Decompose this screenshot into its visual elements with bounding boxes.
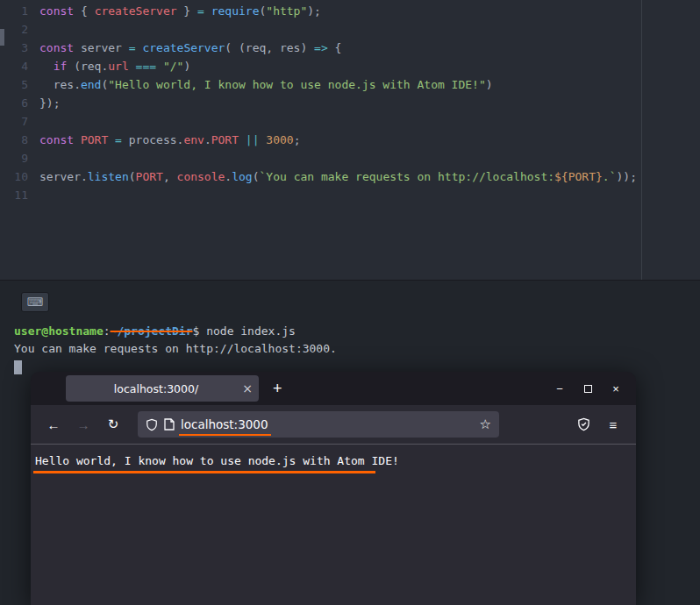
code-line: 11	[0, 186, 700, 204]
page-info-icon[interactable]	[164, 418, 175, 431]
prompt-command: $ node index.js	[193, 324, 296, 338]
browser-tab[interactable]: localhost:3000/ ×	[66, 375, 259, 402]
terminal-cursor	[14, 360, 22, 374]
menu-button[interactable]: ≡	[599, 411, 627, 438]
back-button[interactable]: ←	[39, 411, 68, 438]
reload-button[interactable]: ↻	[99, 411, 127, 438]
url-host: localhost	[181, 417, 234, 431]
code-line: 4 if (req.url === "/")	[0, 57, 700, 75]
code-line: 10server.listen(PORT, console.log(`You c…	[0, 167, 700, 186]
code-line: 3const server = createServer( (req, res)…	[0, 39, 700, 57]
page-content: Hello world, I know how to use node.js w…	[31, 444, 636, 605]
annotation-underline-url	[179, 434, 271, 436]
bookmark-star-icon[interactable]: ☆	[480, 416, 491, 432]
page-text: Hello world, I know how to use node.js w…	[35, 454, 399, 467]
protection-badge-icon[interactable]	[569, 411, 597, 438]
code-line: 1const { createServer } = require("http"…	[0, 2, 700, 20]
minimize-button[interactable]: −	[546, 376, 573, 401]
line-number: 3	[0, 39, 39, 57]
browser-toolbar: ← → ↻ localhost:3000 ☆ ≡	[31, 405, 636, 444]
maximize-button[interactable]	[575, 376, 601, 401]
line-number: 5	[0, 75, 39, 94]
code-line: 5 res.end("Hello world, I know how to us…	[0, 75, 700, 94]
line-number: 6	[0, 94, 39, 112]
line-number: 10	[0, 167, 39, 186]
browser-window: localhost:3000/ × + − × ← → ↻ localhost:…	[31, 372, 636, 605]
code-line: 9	[0, 149, 700, 167]
prompt-user: user@hostname	[14, 324, 104, 338]
url-bar[interactable]: localhost:3000 ☆	[138, 411, 499, 438]
code-line: 8const PORT = process.env.PORT || 3000;	[0, 131, 700, 149]
new-tab-button[interactable]: +	[273, 380, 282, 398]
terminal-output: You can make requests on http://localhos…	[0, 340, 700, 358]
maximize-icon	[584, 385, 592, 393]
annotation-underline-page	[33, 471, 375, 473]
terminal-prompt-line: user@hostname:~/projectDir$ node index.j…	[0, 323, 700, 340]
gutter-marker	[0, 29, 4, 46]
browser-titlebar[interactable]: localhost:3000/ × + − ×	[31, 372, 636, 405]
window-close-button[interactable]: ×	[603, 376, 629, 401]
code-text: });	[39, 94, 60, 112]
code-text: const PORT = process.env.PORT || 3000;	[39, 131, 300, 149]
line-number: 2	[0, 20, 39, 39]
window-controls: − ×	[546, 376, 629, 401]
keyboard-toggle-button[interactable]: ⌨	[21, 292, 49, 312]
line-number: 9	[0, 149, 39, 167]
line-number: 7	[0, 112, 39, 131]
url-text[interactable]: localhost:3000	[181, 417, 474, 431]
wrap-guide	[641, 0, 642, 280]
forward-button[interactable]: →	[69, 411, 97, 438]
code-editor[interactable]: 1const { createServer } = require("http"…	[0, 0, 700, 280]
keyboard-icon: ⌨	[27, 295, 44, 309]
tab-title: localhost:3000/	[66, 382, 236, 395]
url-port: :3000	[234, 417, 268, 431]
prompt-path: ~/projectDir	[111, 324, 193, 338]
prompt-separator: :	[104, 324, 111, 338]
code-line: 6});	[0, 94, 700, 112]
code-text: res.end("Hello world, I know how to use …	[39, 75, 493, 94]
tab-close-icon[interactable]: ×	[236, 381, 259, 395]
code-line: 7	[0, 112, 700, 131]
code-lines: 1const { createServer } = require("http"…	[0, 0, 700, 204]
code-text: if (req.url === "/")	[39, 57, 190, 75]
code-text: const server = createServer( (req, res) …	[39, 39, 341, 57]
line-number: 4	[0, 57, 39, 75]
line-number: 8	[0, 131, 39, 149]
shield-icon[interactable]	[146, 418, 158, 431]
code-line: 2	[0, 20, 700, 39]
line-number: 11	[0, 186, 39, 204]
code-text: server.listen(PORT, console.log(`You can…	[39, 167, 637, 186]
code-text: const { createServer } = require("http")…	[39, 2, 321, 20]
line-number: 1	[0, 2, 39, 20]
